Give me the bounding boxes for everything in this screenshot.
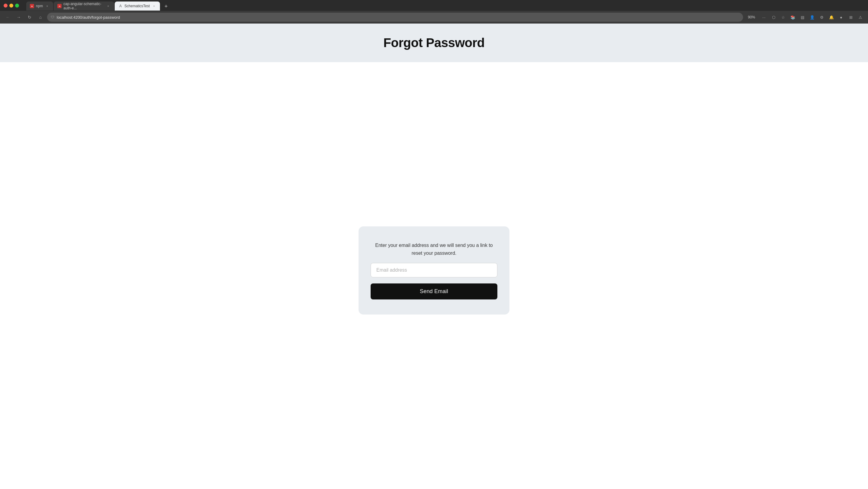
pocket-icon[interactable]: ⬡	[770, 13, 777, 21]
cap-favicon: n	[57, 4, 62, 8]
tab-npm[interactable]: n npm ×	[26, 1, 53, 10]
tabs-bar: n npm × n cap-angular-schematic-auth-e..…	[24, 0, 173, 10]
shield-icon: 🛡	[51, 15, 54, 19]
more-options-icon[interactable]: ···	[760, 13, 768, 21]
page-title: Forgot Password	[383, 36, 485, 50]
send-email-button[interactable]: Send Email	[371, 283, 497, 300]
tab-cap-close[interactable]: ×	[105, 4, 111, 8]
settings-icon[interactable]: ⚙	[818, 13, 826, 21]
page-body: Enter your email address and we will sen…	[0, 62, 868, 479]
library-icon[interactable]: 📚	[789, 13, 797, 21]
zoom-level: 90%	[745, 14, 757, 20]
tab-cap-label: cap-angular-schematic-auth-e...	[63, 2, 104, 10]
bookmark-icon[interactable]: ☆	[779, 13, 787, 21]
address-text: localhost:4200/auth/forgot-password	[57, 15, 739, 20]
forward-button[interactable]: →	[14, 13, 23, 22]
reload-button[interactable]: ↻	[25, 13, 34, 22]
nav-bar: ← → ↻ ⌂ 🛡 localhost:4200/auth/forgot-pas…	[0, 11, 868, 24]
tab-npm-label: npm	[36, 4, 43, 8]
extensions-icon[interactable]: ⊞	[847, 13, 855, 21]
tab-schematics-close[interactable]: ×	[152, 4, 156, 8]
npm-favicon: n	[30, 4, 34, 8]
title-bar: n npm × n cap-angular-schematic-auth-e..…	[0, 0, 868, 11]
tab-schematics-label: SchematicsTest	[124, 4, 150, 8]
form-description: Enter your email address and we will sen…	[371, 242, 497, 257]
page-content: Forgot Password Enter your email address…	[0, 24, 868, 479]
schematics-favicon: A	[118, 4, 123, 8]
profile-icon[interactable]: ●	[837, 13, 845, 21]
account-icon[interactable]: 👤	[808, 13, 816, 21]
sidebar-icon[interactable]: ▤	[799, 13, 806, 21]
notification-icon[interactable]: 🔔	[828, 13, 835, 21]
minimize-button[interactable]	[9, 4, 13, 7]
page-header: Forgot Password	[0, 24, 868, 62]
browser-chrome: n npm × n cap-angular-schematic-auth-e..…	[0, 0, 868, 24]
home-button[interactable]: ⌂	[36, 13, 45, 22]
back-button[interactable]: ←	[4, 13, 12, 22]
close-button[interactable]	[4, 4, 7, 7]
tab-npm-close[interactable]: ×	[45, 4, 50, 8]
new-tab-button[interactable]: +	[162, 2, 170, 10]
address-bar[interactable]: 🛡 localhost:4200/auth/forgot-password	[47, 13, 743, 22]
email-input[interactable]	[371, 263, 497, 277]
tab-cap[interactable]: n cap-angular-schematic-auth-e... ×	[54, 1, 114, 10]
maximize-button[interactable]	[15, 4, 19, 7]
tab-schematics[interactable]: A SchematicsTest ×	[115, 1, 160, 10]
nav-icons: ··· ⬡ ☆ 📚 ▤ 👤 ⚙ 🔔 ● ⊞ ⚠	[760, 13, 864, 21]
traffic-lights	[4, 4, 19, 7]
form-card: Enter your email address and we will sen…	[359, 226, 509, 314]
alert-icon[interactable]: ⚠	[857, 13, 864, 21]
